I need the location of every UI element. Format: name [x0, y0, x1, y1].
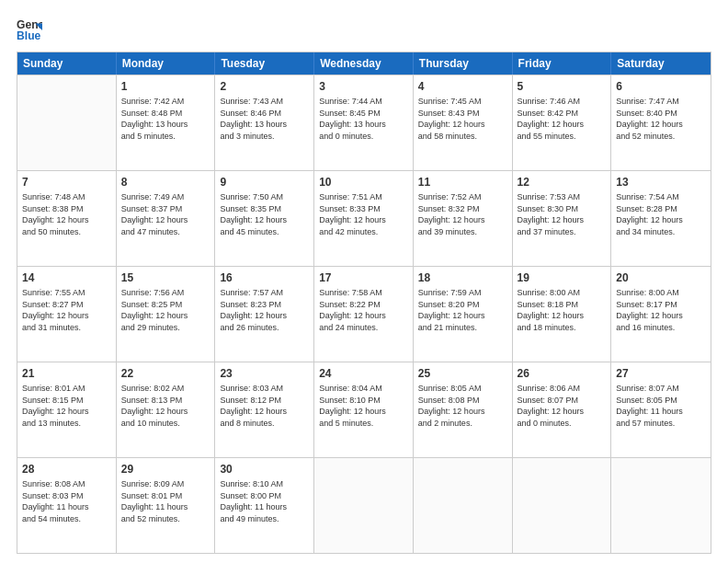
- day-header-monday: Monday: [117, 52, 216, 75]
- day-cell-1: 1Sunrise: 7:42 AM Sunset: 8:48 PM Daylig…: [117, 75, 216, 170]
- week-row-4: 21Sunrise: 8:01 AM Sunset: 8:15 PM Dayli…: [17, 362, 711, 457]
- day-number: 18: [418, 270, 507, 285]
- day-cell-10: 10Sunrise: 7:51 AM Sunset: 8:33 PM Dayli…: [314, 171, 414, 266]
- day-number: 5: [518, 79, 607, 94]
- day-info: Sunrise: 8:06 AM Sunset: 8:07 PM Dayligh…: [518, 383, 607, 429]
- day-number: 7: [22, 175, 111, 190]
- day-info: Sunrise: 7:55 AM Sunset: 8:27 PM Dayligh…: [22, 287, 111, 333]
- logo: General Blue: [17, 17, 46, 42]
- day-number: 21: [22, 366, 111, 381]
- day-info: Sunrise: 7:47 AM Sunset: 8:40 PM Dayligh…: [616, 96, 706, 142]
- day-info: Sunrise: 7:59 AM Sunset: 8:20 PM Dayligh…: [418, 287, 507, 333]
- calendar-header: SundayMondayTuesdayWednesdayThursdayFrid…: [17, 52, 711, 75]
- day-number: 23: [220, 366, 309, 381]
- day-cell-22: 22Sunrise: 8:02 AM Sunset: 8:13 PM Dayli…: [117, 362, 216, 457]
- day-cell-11: 11Sunrise: 7:52 AM Sunset: 8:32 PM Dayli…: [414, 171, 513, 266]
- day-number: 10: [319, 175, 408, 190]
- day-info: Sunrise: 7:50 AM Sunset: 8:35 PM Dayligh…: [220, 191, 309, 237]
- day-number: 11: [418, 175, 507, 190]
- day-header-tuesday: Tuesday: [215, 52, 314, 75]
- day-cell-empty: [314, 458, 414, 553]
- day-cell-27: 27Sunrise: 8:07 AM Sunset: 8:05 PM Dayli…: [611, 362, 711, 457]
- day-number: 16: [220, 270, 309, 285]
- day-cell-16: 16Sunrise: 7:57 AM Sunset: 8:23 PM Dayli…: [215, 267, 314, 362]
- day-info: Sunrise: 7:45 AM Sunset: 8:43 PM Dayligh…: [418, 96, 507, 142]
- day-number: 1: [121, 79, 210, 94]
- day-cell-6: 6Sunrise: 7:47 AM Sunset: 8:40 PM Daylig…: [611, 75, 711, 170]
- day-cell-7: 7Sunrise: 7:48 AM Sunset: 8:38 PM Daylig…: [17, 171, 117, 266]
- day-number: 20: [616, 270, 706, 285]
- day-cell-17: 17Sunrise: 7:58 AM Sunset: 8:22 PM Dayli…: [314, 267, 414, 362]
- day-header-friday: Friday: [513, 52, 612, 75]
- calendar: SundayMondayTuesdayWednesdayThursdayFrid…: [17, 52, 711, 554]
- day-number: 9: [220, 175, 309, 190]
- week-row-3: 14Sunrise: 7:55 AM Sunset: 8:27 PM Dayli…: [17, 266, 711, 362]
- day-number: 4: [418, 79, 507, 94]
- day-info: Sunrise: 8:01 AM Sunset: 8:15 PM Dayligh…: [22, 383, 111, 429]
- day-header-saturday: Saturday: [611, 52, 711, 75]
- day-number: 27: [616, 366, 706, 381]
- day-info: Sunrise: 7:42 AM Sunset: 8:48 PM Dayligh…: [121, 96, 210, 142]
- day-number: 29: [121, 462, 210, 477]
- header: General Blue: [17, 17, 711, 42]
- day-number: 14: [22, 270, 111, 285]
- day-info: Sunrise: 8:04 AM Sunset: 8:10 PM Dayligh…: [319, 383, 408, 429]
- day-cell-25: 25Sunrise: 8:05 AM Sunset: 8:08 PM Dayli…: [414, 362, 513, 457]
- day-cell-19: 19Sunrise: 8:00 AM Sunset: 8:18 PM Dayli…: [513, 267, 612, 362]
- day-cell-empty: [17, 75, 117, 170]
- day-number: 19: [518, 270, 607, 285]
- day-cell-9: 9Sunrise: 7:50 AM Sunset: 8:35 PM Daylig…: [215, 171, 314, 266]
- day-info: Sunrise: 8:00 AM Sunset: 8:18 PM Dayligh…: [518, 287, 607, 333]
- day-number: 12: [518, 175, 607, 190]
- day-cell-28: 28Sunrise: 8:08 AM Sunset: 8:03 PM Dayli…: [17, 458, 117, 553]
- day-cell-18: 18Sunrise: 7:59 AM Sunset: 8:20 PM Dayli…: [414, 267, 513, 362]
- day-header-sunday: Sunday: [17, 52, 117, 75]
- day-cell-14: 14Sunrise: 7:55 AM Sunset: 8:27 PM Dayli…: [17, 267, 117, 362]
- day-number: 13: [616, 175, 706, 190]
- day-info: Sunrise: 8:05 AM Sunset: 8:08 PM Dayligh…: [418, 383, 507, 429]
- day-cell-15: 15Sunrise: 7:56 AM Sunset: 8:25 PM Dayli…: [117, 267, 216, 362]
- day-info: Sunrise: 7:46 AM Sunset: 8:42 PM Dayligh…: [518, 96, 607, 142]
- logo-icon: General Blue: [17, 17, 42, 42]
- day-info: Sunrise: 7:51 AM Sunset: 8:33 PM Dayligh…: [319, 191, 408, 237]
- day-cell-21: 21Sunrise: 8:01 AM Sunset: 8:15 PM Dayli…: [17, 362, 117, 457]
- day-number: 26: [518, 366, 607, 381]
- svg-text:Blue: Blue: [17, 29, 41, 42]
- day-info: Sunrise: 8:02 AM Sunset: 8:13 PM Dayligh…: [121, 383, 210, 429]
- day-number: 30: [220, 462, 309, 477]
- day-cell-24: 24Sunrise: 8:04 AM Sunset: 8:10 PM Dayli…: [314, 362, 414, 457]
- page: General Blue SundayMondayTuesdayWednesda…: [0, 0, 728, 563]
- day-info: Sunrise: 7:57 AM Sunset: 8:23 PM Dayligh…: [220, 287, 309, 333]
- week-row-1: 1Sunrise: 7:42 AM Sunset: 8:48 PM Daylig…: [17, 75, 711, 170]
- day-number: 6: [616, 79, 706, 94]
- day-cell-empty: [414, 458, 513, 553]
- day-cell-20: 20Sunrise: 8:00 AM Sunset: 8:17 PM Dayli…: [611, 267, 711, 362]
- day-header-wednesday: Wednesday: [314, 52, 414, 75]
- day-cell-3: 3Sunrise: 7:44 AM Sunset: 8:45 PM Daylig…: [314, 75, 414, 170]
- day-number: 17: [319, 270, 408, 285]
- day-cell-13: 13Sunrise: 7:54 AM Sunset: 8:28 PM Dayli…: [611, 171, 711, 266]
- day-number: 24: [319, 366, 408, 381]
- day-info: Sunrise: 7:52 AM Sunset: 8:32 PM Dayligh…: [418, 191, 507, 237]
- day-info: Sunrise: 7:58 AM Sunset: 8:22 PM Dayligh…: [319, 287, 408, 333]
- day-info: Sunrise: 8:03 AM Sunset: 8:12 PM Dayligh…: [220, 383, 309, 429]
- day-number: 2: [220, 79, 309, 94]
- day-info: Sunrise: 8:00 AM Sunset: 8:17 PM Dayligh…: [616, 287, 706, 333]
- day-cell-empty: [513, 458, 612, 553]
- day-number: 22: [121, 366, 210, 381]
- day-info: Sunrise: 7:54 AM Sunset: 8:28 PM Dayligh…: [616, 191, 706, 237]
- week-row-5: 28Sunrise: 8:08 AM Sunset: 8:03 PM Dayli…: [17, 457, 711, 553]
- day-cell-30: 30Sunrise: 8:10 AM Sunset: 8:00 PM Dayli…: [215, 458, 314, 553]
- day-info: Sunrise: 7:43 AM Sunset: 8:46 PM Dayligh…: [220, 96, 309, 142]
- day-info: Sunrise: 8:09 AM Sunset: 8:01 PM Dayligh…: [121, 478, 210, 524]
- day-cell-29: 29Sunrise: 8:09 AM Sunset: 8:01 PM Dayli…: [117, 458, 216, 553]
- day-cell-26: 26Sunrise: 8:06 AM Sunset: 8:07 PM Dayli…: [513, 362, 612, 457]
- calendar-body: 1Sunrise: 7:42 AM Sunset: 8:48 PM Daylig…: [17, 75, 711, 553]
- day-cell-8: 8Sunrise: 7:49 AM Sunset: 8:37 PM Daylig…: [117, 171, 216, 266]
- day-info: Sunrise: 7:48 AM Sunset: 8:38 PM Dayligh…: [22, 191, 111, 237]
- day-number: 15: [121, 270, 210, 285]
- day-info: Sunrise: 7:56 AM Sunset: 8:25 PM Dayligh…: [121, 287, 210, 333]
- day-number: 28: [22, 462, 111, 477]
- day-info: Sunrise: 7:44 AM Sunset: 8:45 PM Dayligh…: [319, 96, 408, 142]
- day-info: Sunrise: 8:08 AM Sunset: 8:03 PM Dayligh…: [22, 478, 111, 524]
